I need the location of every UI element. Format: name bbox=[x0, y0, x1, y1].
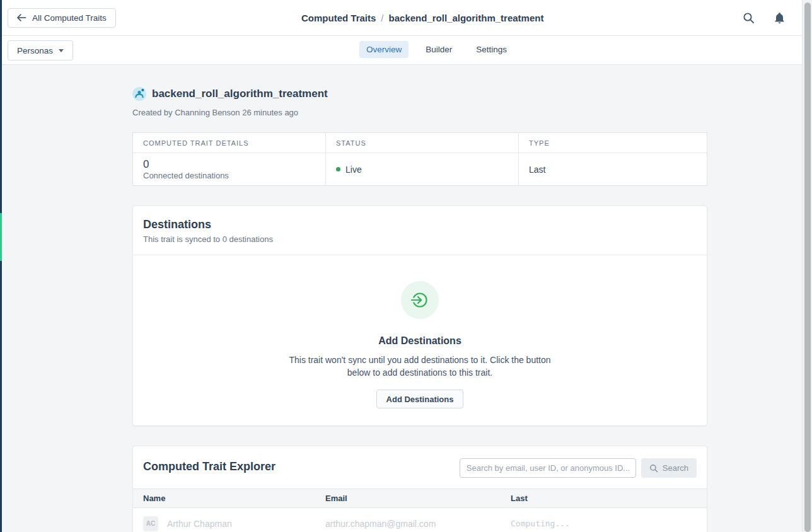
trait-header: backend_roll_algorithm_treatment Created… bbox=[132, 65, 707, 117]
tab-overview[interactable]: Overview bbox=[359, 41, 409, 58]
breadcrumb-parent[interactable]: Computed Traits bbox=[301, 13, 376, 23]
table-row[interactable]: AC Arthur Chapman arthur.chapman@gmail.c… bbox=[133, 508, 707, 532]
user-last-value-cell: Computing... bbox=[511, 519, 707, 528]
status-column-header: STATUS bbox=[326, 133, 519, 153]
trait-type-value: Last bbox=[529, 165, 697, 175]
scrollbar-thumb[interactable] bbox=[804, 3, 811, 532]
connected-destinations-count: 0 bbox=[143, 158, 315, 170]
computed-trait-explorer-card: Computed Trait Explorer Search Name Emai… bbox=[132, 446, 707, 532]
column-header-last: Last bbox=[511, 494, 707, 503]
destinations-subtitle: This trait is synced to 0 destinations bbox=[143, 234, 697, 244]
left-nav-rail bbox=[0, 0, 2, 532]
personas-workspace-dropdown[interactable]: Personas bbox=[8, 40, 73, 61]
connected-destinations-label: Connected destinations bbox=[143, 171, 315, 180]
destinations-card: Destinations This trait is synced to 0 d… bbox=[132, 205, 707, 426]
destinations-title: Destinations bbox=[143, 218, 697, 231]
details-column-header: COMPUTED TRAIT DETAILS bbox=[133, 133, 326, 153]
computed-trait-icon bbox=[132, 87, 146, 101]
trait-details-table: COMPUTED TRAIT DETAILS STATUS TYPE 0 Con… bbox=[132, 132, 707, 186]
breadcrumb-current: backend_roll_algorithm_treatment bbox=[389, 13, 544, 23]
main-content: backend_roll_algorithm_treatment Created… bbox=[132, 65, 707, 532]
empty-state-title: Add Destinations bbox=[133, 335, 707, 347]
back-to-all-computed-traits-button[interactable]: All Computed Traits bbox=[8, 8, 116, 28]
explorer-title: Computed Trait Explorer bbox=[143, 460, 276, 473]
top-header: All Computed Traits Computed Traits / ba… bbox=[0, 0, 802, 36]
explorer-search-button[interactable]: Search bbox=[641, 458, 697, 478]
destinations-empty-state: Add Destinations This trait won't sync u… bbox=[133, 255, 707, 425]
back-arrow-icon bbox=[17, 14, 26, 21]
live-status-dot bbox=[336, 167, 340, 171]
left-rail-active-indicator bbox=[0, 213, 2, 261]
secondary-nav-bar: Personas Overview Builder Settings bbox=[0, 36, 802, 65]
avatar: AC bbox=[143, 516, 158, 531]
details-table-header: COMPUTED TRAIT DETAILS STATUS TYPE bbox=[133, 133, 707, 153]
search-icon[interactable] bbox=[743, 12, 755, 24]
search-button-label: Search bbox=[663, 463, 688, 473]
notifications-bell-icon[interactable] bbox=[774, 11, 786, 25]
user-email-cell: arthur.chapman@gmail.com bbox=[325, 519, 511, 529]
add-destinations-button[interactable]: Add Destinations bbox=[376, 390, 464, 408]
add-destination-enter-icon bbox=[401, 281, 439, 319]
user-name-cell: Arthur Chapman bbox=[167, 519, 232, 529]
breadcrumb-separator: / bbox=[381, 13, 383, 23]
empty-state-description: This trait won't sync until you add dest… bbox=[277, 354, 562, 379]
status-badge: Live bbox=[345, 165, 362, 175]
vertical-scrollbar[interactable] bbox=[802, 0, 812, 532]
tab-builder[interactable]: Builder bbox=[419, 41, 459, 58]
chevron-down-icon bbox=[59, 49, 64, 52]
tab-settings[interactable]: Settings bbox=[469, 41, 514, 58]
tab-bar: Overview Builder Settings bbox=[359, 41, 514, 58]
back-button-label: All Computed Traits bbox=[32, 13, 107, 23]
breadcrumb: Computed Traits / backend_roll_algorithm… bbox=[301, 0, 543, 36]
trait-created-by: Created by Channing Benson 26 minutes ag… bbox=[132, 108, 707, 117]
column-header-email: Email bbox=[325, 494, 511, 503]
type-column-header: TYPE bbox=[519, 133, 707, 153]
explorer-search-input[interactable] bbox=[460, 458, 636, 478]
page-title: backend_roll_algorithm_treatment bbox=[152, 88, 328, 100]
details-table-body: 0 Connected destinations Live Last bbox=[133, 153, 707, 185]
workspace-button-label: Personas bbox=[17, 46, 53, 55]
column-header-name: Name bbox=[133, 494, 325, 503]
search-icon bbox=[649, 464, 658, 473]
explorer-table-header: Name Email Last bbox=[133, 489, 707, 508]
